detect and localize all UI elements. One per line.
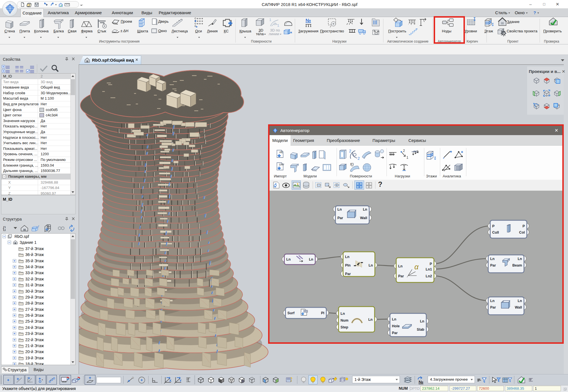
svg-text:Ln: Ln [490, 257, 494, 261]
svg-text:Ln: Ln [368, 318, 373, 322]
svg-text:Ln: Ln [420, 319, 424, 323]
svg-text:Par: Par [337, 216, 343, 220]
svg-text:Wall: Wall [515, 305, 522, 309]
svg-text:Par: Par [490, 305, 496, 309]
svg-text:Par: Par [392, 331, 398, 335]
svg-text:P: P [523, 224, 525, 228]
svg-text:P: P [492, 224, 494, 228]
svg-text:Ln: Ln [398, 264, 402, 268]
svg-text:Ln: Ln [392, 317, 396, 321]
svg-text:Col: Col [519, 230, 525, 234]
svg-text:Y: Y [179, 379, 182, 382]
svg-text:DXF: DXF [303, 310, 308, 313]
svg-text:Ln2: Ln2 [426, 274, 432, 278]
svg-text:Pln: Pln [345, 263, 350, 267]
svg-text:Ln: Ln [363, 207, 367, 211]
svg-text:1: 1 [269, 18, 271, 22]
svg-text:Hole: Hole [392, 324, 400, 328]
svg-text:Ln: Ln [286, 257, 291, 261]
svg-text:Ln: Ln [490, 299, 494, 303]
svg-text:Par: Par [490, 263, 496, 267]
svg-text:Wall: Wall [360, 216, 367, 220]
svg-text:Surf: Surf [287, 311, 295, 315]
svg-text:Step: Step [341, 325, 348, 329]
svg-text:Par: Par [398, 274, 404, 278]
svg-text:Ln: Ln [337, 207, 342, 211]
svg-text:f(): f() [350, 162, 354, 166]
svg-text:2: 2 [403, 149, 405, 153]
svg-text:Num: Num [341, 318, 348, 322]
svg-text:Ln: Ln [518, 257, 522, 261]
svg-text:2: 2 [358, 156, 360, 160]
svg-text:P: P [430, 262, 432, 266]
svg-text:obj: obj [279, 151, 283, 154]
svg-text:f: f [38, 225, 39, 228]
svg-text:Cull: Cull [492, 230, 499, 234]
svg-text:№: № [419, 380, 423, 384]
svg-text:1: 1 [406, 156, 408, 160]
svg-text:Ln: Ln [345, 255, 349, 259]
svg-text:Slab: Slab [417, 328, 425, 332]
svg-text:№: № [306, 18, 311, 23]
svg-text:Ln: Ln [369, 263, 373, 267]
svg-text:X: X [169, 379, 172, 382]
svg-text:2: 2 [349, 149, 351, 153]
svg-text:Par: Par [345, 272, 351, 276]
svg-text:Ln: Ln [341, 312, 345, 316]
svg-text:Ln1: Ln1 [426, 267, 432, 271]
svg-text:Ln: Ln [518, 299, 522, 303]
svg-text:Ln: Ln [309, 257, 313, 261]
svg-text:α: α [414, 263, 419, 271]
svg-text:Pl: Pl [321, 311, 324, 315]
svg-text:DXF: DXF [279, 163, 285, 166]
svg-text:{¦: {¦ [3, 225, 6, 231]
svg-text:1: 1 [277, 23, 279, 28]
svg-text:Beam: Beam [512, 263, 522, 267]
